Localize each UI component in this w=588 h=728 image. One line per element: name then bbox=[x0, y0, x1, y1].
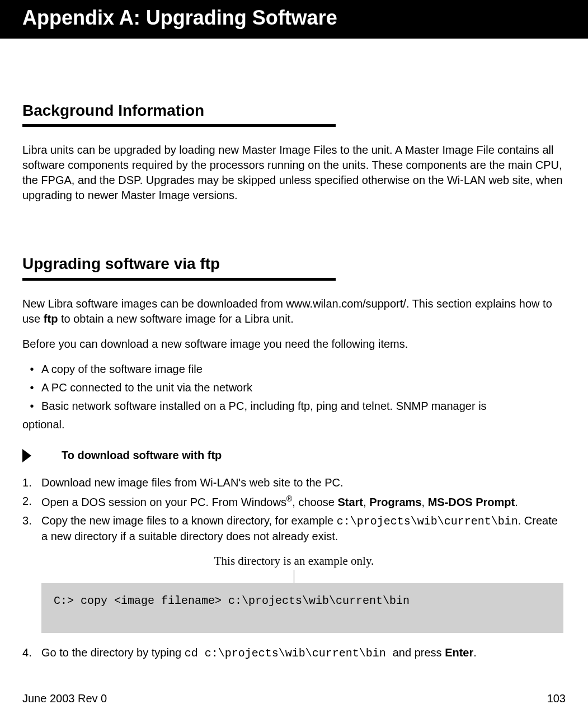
bullet-text: A copy of the software image file bbox=[41, 362, 556, 377]
bold-enter: Enter bbox=[445, 646, 473, 659]
text: Open a DOS session on your PC. From Wind… bbox=[41, 496, 286, 508]
page-footer: June 2003 Rev 0 103 bbox=[0, 664, 588, 717]
section-rule bbox=[22, 124, 336, 127]
code-path: c:\projects\wib\current\bin bbox=[337, 515, 518, 528]
steps-list-cont: Go to the directory by typing cd c:\proj… bbox=[22, 645, 566, 661]
appendix-header-bar: Appendix A: Upgrading Software bbox=[0, 0, 588, 39]
prereq-list: A copy of the software image file A PC c… bbox=[22, 362, 566, 414]
footer-page-number: 103 bbox=[547, 691, 566, 706]
list-item: Basic network software installed on a PC… bbox=[22, 399, 566, 414]
prereq-paragraph: Before you can download a new software i… bbox=[22, 337, 566, 352]
step-text: Copy the new image files to a known dire… bbox=[41, 513, 566, 544]
section-ftp-title: Upgrading software via ftp bbox=[22, 253, 566, 275]
callout-annotation: This directory is an example only. C:> c… bbox=[22, 553, 566, 633]
text: . bbox=[515, 496, 518, 508]
text: , choose bbox=[292, 496, 337, 508]
step-item: Copy the new image files to a known dire… bbox=[22, 513, 566, 544]
bullet-text: A PC connected to the unit via the netwo… bbox=[41, 380, 556, 395]
text: and press bbox=[393, 646, 445, 659]
code-cd: cd c:\projects\wib\current\bin bbox=[185, 647, 393, 660]
step-text: Open a DOS session on your PC. From Wind… bbox=[41, 494, 566, 510]
command-text: C:> copy <image filename> c:\projects\wi… bbox=[54, 594, 410, 607]
steps-list: Download new image files from Wi-LAN's w… bbox=[22, 475, 566, 544]
bold-start: Start bbox=[337, 496, 363, 508]
text: . bbox=[473, 646, 477, 659]
procedure-label: To download software with ftp bbox=[62, 448, 222, 463]
step-text: Go to the directory by typing cd c:\proj… bbox=[41, 645, 566, 661]
bold-ftp: ftp bbox=[44, 313, 58, 325]
appendix-title: Appendix A: Upgrading Software bbox=[22, 6, 337, 29]
step-text: Download new image files from Wi-LAN's w… bbox=[41, 475, 566, 490]
bold-programs: Programs bbox=[369, 496, 421, 508]
background-paragraph: Libra units can be upgraded by loading n… bbox=[22, 143, 566, 203]
section-rule bbox=[22, 278, 336, 281]
arrow-right-icon bbox=[22, 449, 32, 462]
text: Copy the new image files to a known dire… bbox=[41, 514, 337, 527]
text: Go to the directory by typing bbox=[41, 646, 185, 659]
registered-mark: ® bbox=[286, 494, 292, 503]
command-box: C:> copy <image filename> c:\projects\wi… bbox=[41, 583, 563, 633]
text: , bbox=[422, 496, 428, 508]
svg-marker-0 bbox=[22, 449, 31, 462]
bold-msdos: MS-DOS Prompt bbox=[428, 496, 515, 508]
bullet-text: Basic network software installed on a PC… bbox=[41, 399, 556, 414]
step-item: Download new image files from Wi-LAN's w… bbox=[22, 475, 566, 490]
step-item: Open a DOS session on your PC. From Wind… bbox=[22, 494, 566, 510]
ftp-intro-paragraph: New Libra software images can be downloa… bbox=[22, 296, 566, 327]
callout-pointer-line bbox=[294, 570, 294, 583]
step-item: Go to the directory by typing cd c:\proj… bbox=[22, 645, 566, 661]
procedure-header: To download software with ftp bbox=[22, 448, 566, 463]
list-item: A PC connected to the unit via the netwo… bbox=[22, 380, 566, 395]
footer-date: June 2003 Rev 0 bbox=[22, 691, 107, 706]
callout-label: This directory is an example only. bbox=[22, 553, 566, 569]
text: , bbox=[363, 496, 369, 508]
section-background-title: Background Information bbox=[22, 100, 566, 121]
text: to obtain a new software image for a Lib… bbox=[58, 313, 293, 325]
bullet-continuation: optional. bbox=[22, 417, 566, 432]
page-content: Background Information Libra units can b… bbox=[0, 100, 588, 661]
list-item: A copy of the software image file bbox=[22, 362, 566, 377]
